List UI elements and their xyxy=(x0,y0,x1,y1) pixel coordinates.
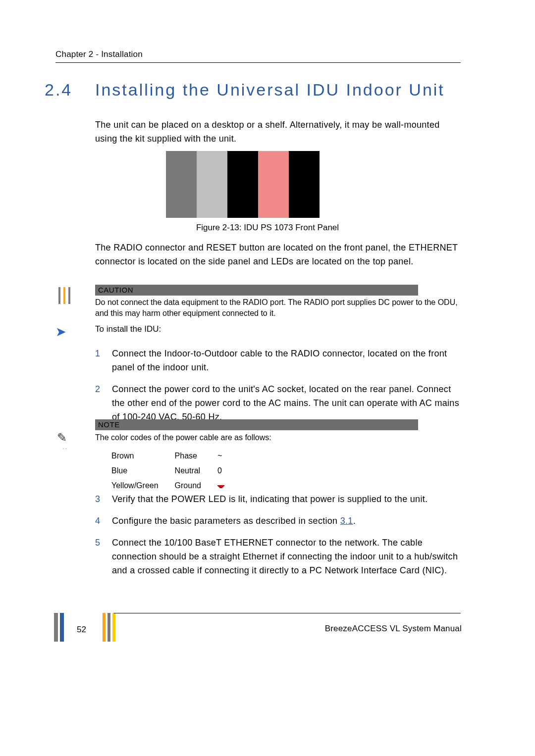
step-number: 1 xyxy=(95,347,104,374)
role-cell: Neutral xyxy=(174,464,216,478)
step-text: Verify that the POWER LED is lit, indica… xyxy=(112,492,462,506)
symbol-cell: 0 xyxy=(217,464,239,478)
step-text: Connect the 10/100 BaseT ETHERNET connec… xyxy=(112,536,462,577)
note-text: The color codes of the power cable are a… xyxy=(95,433,462,442)
step-text: Configure the basic parameters as descri… xyxy=(112,514,462,528)
ground-icon xyxy=(217,485,224,488)
section-link[interactable]: 3.1 xyxy=(340,516,353,526)
procedure-step: 3Verify that the POWER LED is lit, indic… xyxy=(95,492,462,506)
footer-divider xyxy=(114,613,461,613)
figure-bar xyxy=(227,151,258,218)
role-cell: Phase xyxy=(174,449,216,463)
manual-title: BreezeACCESS VL System Manual xyxy=(325,624,462,634)
symbol-cell xyxy=(217,479,239,493)
procedure-step: 2Connect the power cord to the unit's AC… xyxy=(95,382,462,424)
page-footer: 52 BreezeACCESS VL System Manual xyxy=(55,613,462,643)
procedure-steps-continued: 3Verify that the POWER LED is lit, indic… xyxy=(95,492,462,585)
step-number: 2 xyxy=(95,382,104,424)
note-label: NOTE xyxy=(95,419,418,430)
color-code-table: BrownPhase~BlueNeutral0Yellow/GreenGroun… xyxy=(110,448,240,494)
page-number: 52 xyxy=(77,625,86,635)
procedure-heading: To install the IDU: xyxy=(95,324,462,334)
section-title: Installing the Universal IDU Indoor Unit xyxy=(95,80,445,100)
note-icon: ✎. . xyxy=(57,431,67,450)
figure-bar xyxy=(289,151,320,218)
color-cell: Brown xyxy=(111,449,173,463)
color-cell: Yellow/Green xyxy=(111,479,173,493)
step-number: 4 xyxy=(95,514,104,528)
figure-image xyxy=(166,151,320,218)
procedure-arrow-icon: ➤ xyxy=(55,324,66,340)
section-number: 2.4 xyxy=(45,80,72,100)
step-number: 3 xyxy=(95,492,104,506)
chapter-header: Chapter 2 - Installation xyxy=(55,50,461,63)
panel-description: The RADIO connector and RESET button are… xyxy=(95,241,462,268)
intro-paragraph: The unit can be placed on a desktop or a… xyxy=(95,118,462,146)
procedure-step: 5Connect the 10/100 BaseT ETHERNET conne… xyxy=(95,536,462,577)
page: Chapter 2 - Installation 2.4 Installing … xyxy=(0,0,535,756)
table-row: BrownPhase~ xyxy=(111,449,239,463)
symbol-cell: ~ xyxy=(217,449,239,463)
step-number: 5 xyxy=(95,536,104,577)
table-row: Yellow/GreenGround xyxy=(111,479,239,493)
procedure-step: 4Configure the basic parameters as descr… xyxy=(95,514,462,528)
figure-bar xyxy=(197,151,227,218)
figure-bar xyxy=(258,151,289,218)
table-row: BlueNeutral0 xyxy=(111,464,239,478)
caution-text: Do not connect the data equipment to the… xyxy=(95,297,462,319)
step-text: Connect the Indoor-to-Outdoor cable to t… xyxy=(112,347,462,374)
figure-caption: Figure 2-13: IDU PS 1073 Front Panel xyxy=(0,223,535,233)
caution-icon xyxy=(58,287,78,304)
color-cell: Blue xyxy=(111,464,173,478)
step-text: Connect the power cord to the unit's AC … xyxy=(112,382,462,424)
figure-bar xyxy=(166,151,197,218)
procedure-step: 1Connect the Indoor-to-Outdoor cable to … xyxy=(95,347,462,374)
role-cell: Ground xyxy=(174,479,216,493)
caution-label: CAUTION xyxy=(95,285,418,296)
